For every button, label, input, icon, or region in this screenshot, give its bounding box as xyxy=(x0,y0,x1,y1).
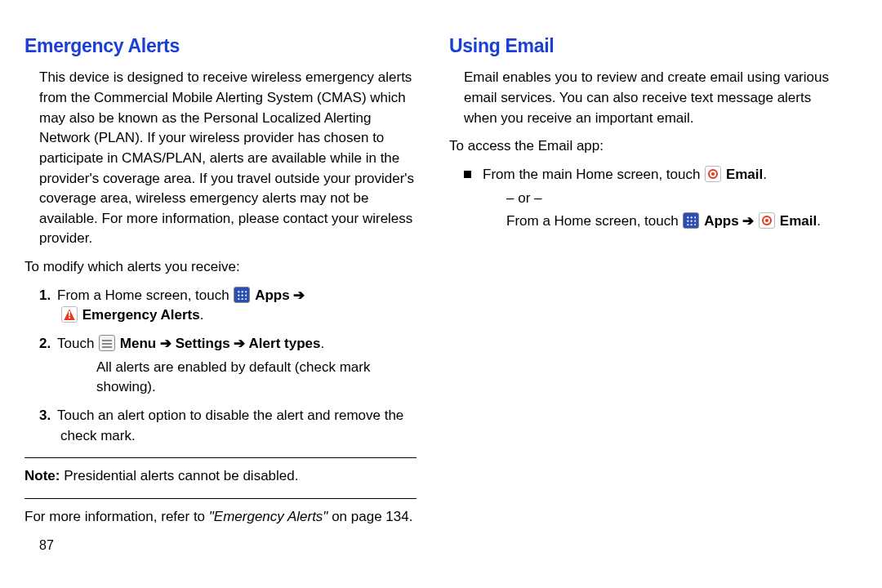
note-line: Note: Presidential alerts cannot be disa… xyxy=(24,466,416,487)
access-line: To access the Email app: xyxy=(449,136,841,157)
divider xyxy=(24,498,416,499)
manual-page: Emergency Alerts This device is designed… xyxy=(0,0,882,571)
heading-using-email: Using Email xyxy=(449,33,841,60)
apps-label: Apps xyxy=(704,213,739,229)
step-number: 3. xyxy=(39,406,57,426)
left-column: Emergency Alerts This device is designed… xyxy=(24,33,416,555)
step2-pre: Touch xyxy=(57,336,98,351)
settings-label: Settings xyxy=(176,336,230,351)
step-1: 1.From a Home screen, touch Apps ➔ Emerg… xyxy=(39,286,416,326)
email-icon xyxy=(759,212,775,229)
period: . xyxy=(817,213,821,229)
apps-icon xyxy=(234,287,250,303)
b1-pre: From the main Home screen, touch xyxy=(483,167,704,182)
step2-sub: All alerts are enabled by default (check… xyxy=(96,358,416,398)
step-3: 3.Touch an alert option to disable the a… xyxy=(39,406,416,446)
arrow-icon: ➔ xyxy=(290,287,305,303)
emergency-alerts-label: Emergency Alerts xyxy=(82,307,200,323)
arrow-icon: ➔ xyxy=(230,336,249,351)
step-number: 1. xyxy=(39,286,57,306)
arrow-icon: ➔ xyxy=(739,213,758,229)
b2-pre: From a Home screen, touch xyxy=(506,213,682,229)
page-number: 87 xyxy=(39,536,416,555)
access-bullets: From the main Home screen, touch Email. … xyxy=(464,165,841,232)
step3-text: Touch an alert option to disable the ale… xyxy=(57,408,403,443)
step1-pre: From a Home screen, touch xyxy=(57,287,233,303)
menu-label: Menu xyxy=(120,336,156,351)
email-intro: Email enables you to review and create e… xyxy=(464,68,841,128)
arrow-icon: ➔ xyxy=(156,336,175,351)
apps-label: Apps xyxy=(255,287,290,303)
email-icon xyxy=(705,166,721,182)
step-2: 2.Touch Menu ➔ Settings ➔ Alert types. A… xyxy=(39,334,416,398)
intro-paragraph: This device is designed to receive wirel… xyxy=(39,68,416,249)
alert-icon xyxy=(61,306,78,323)
email-label: Email xyxy=(780,213,817,229)
heading-emergency-alerts: Emergency Alerts xyxy=(24,33,416,60)
alert-types-label: Alert types xyxy=(249,336,321,351)
moreinfo-post: on page 134. xyxy=(327,509,412,524)
divider xyxy=(24,457,416,458)
period: . xyxy=(200,307,204,323)
bullet-icon xyxy=(464,171,471,178)
step-number: 2. xyxy=(39,334,57,354)
bullet-1-alt: From a Home screen, touch Apps ➔ Email. xyxy=(506,212,841,232)
or-line: – or – xyxy=(506,189,841,209)
note-label: Note: xyxy=(24,468,64,483)
period: . xyxy=(320,336,324,351)
more-info-line: For more information, refer to "Emergenc… xyxy=(24,507,416,528)
right-column: Using Email Email enables you to review … xyxy=(449,33,841,555)
menu-icon xyxy=(99,335,115,351)
moreinfo-pre: For more information, refer to xyxy=(24,509,209,524)
email-label: Email xyxy=(726,167,763,182)
apps-icon xyxy=(683,212,699,229)
steps-list: 1.From a Home screen, touch Apps ➔ Emerg… xyxy=(39,286,416,446)
moreinfo-ref: "Emergency Alerts" xyxy=(209,509,328,524)
bullet-1: From the main Home screen, touch Email. … xyxy=(464,165,841,232)
note-text: Presidential alerts cannot be disabled. xyxy=(64,468,298,483)
period: . xyxy=(763,167,767,182)
modify-line: To modify which alerts you receive: xyxy=(24,257,416,278)
